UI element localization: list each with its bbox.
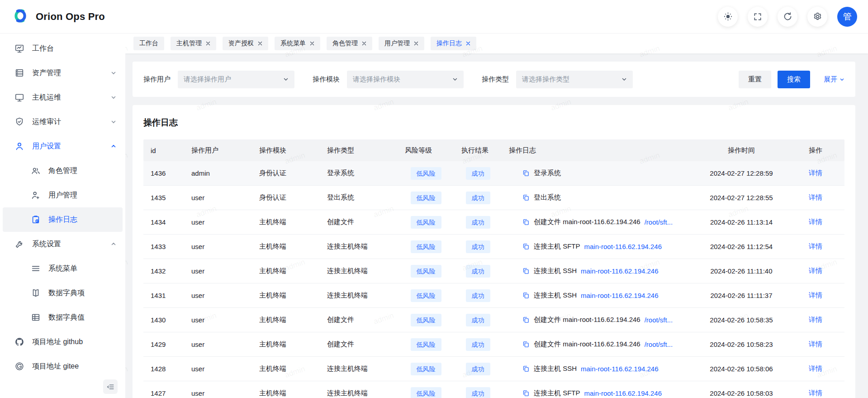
cell-user: user [184,365,252,373]
sidebar-item-github[interactable]: 项目地址 github [3,330,123,354]
cell-log: 登出系统 [502,193,696,202]
cell-risk: 低风险 [398,265,454,278]
cell-result: 成功 [454,167,502,180]
tab-asset-authorization[interactable]: 资产授权 [223,37,268,50]
close-icon[interactable] [466,41,470,46]
reset-button[interactable]: 重置 [739,71,771,88]
column-header-module: 操作模块 [252,146,320,155]
sidebar: 工作台 资产管理 主机运维 运维审计 [0,34,125,398]
copy-icon[interactable] [522,169,530,177]
sidebar-item-gitee[interactable]: 项目地址 gitee [3,354,123,379]
copy-icon[interactable] [522,389,530,397]
operation-module-select[interactable]: 请选择操作模块 [347,71,464,88]
tab-operation-log[interactable]: 操作日志 [431,37,476,50]
copy-icon[interactable] [522,194,530,201]
tab-role-management[interactable]: 角色管理 [327,37,372,50]
table-icon [31,312,41,322]
fullscreen-icon[interactable] [748,7,768,27]
user-avatar[interactable]: 管 [837,7,857,27]
header-actions: 管 [718,7,857,27]
detail-link[interactable]: 详情 [809,267,822,274]
log-link[interactable]: main-root-116.62.194.246 [581,267,659,275]
tab-user-management[interactable]: 用户管理 [379,37,424,50]
page-content: 操作用户 请选择操作用户 操作模块 请选择操作模块 操作类型 请选择操作类型 重… [125,53,868,398]
cell-id: 1432 [143,267,184,275]
gear-icon[interactable] [807,7,827,27]
copy-icon[interactable] [522,365,530,373]
column-header-time: 操作时间 [696,146,787,155]
copy-icon[interactable] [522,292,530,299]
cell-type: 连接主机终端 [320,389,398,398]
detail-link[interactable]: 详情 [809,364,822,372]
operation-user-select[interactable]: 请选择操作用户 [178,71,294,88]
detail-link[interactable]: 详情 [809,242,822,250]
table-row: 1429 user 主机终端 创建文件 低风险 成功 创建文件 main-roo… [143,332,844,357]
copy-icon[interactable] [522,340,530,348]
sidebar-item-audit[interactable]: 运维审计 [3,110,123,134]
cell-time: 2024-02-26 11:11:37 [696,292,787,299]
cell-type: 连接主机终端 [320,291,398,300]
tab-label: 主机管理 [176,39,202,48]
refresh-icon[interactable] [778,7,797,27]
sidebar-item-host-ops[interactable]: 主机运维 [3,85,123,110]
cell-action: 详情 [787,267,844,275]
sidebar-item-workbench[interactable]: 工作台 [3,36,123,61]
tab-host-management[interactable]: 主机管理 [171,37,216,50]
sidebar-item-role-management[interactable]: 角色管理 [3,158,123,183]
close-icon[interactable] [206,41,210,46]
sidebar-collapse-button[interactable] [103,379,118,394]
cell-result: 成功 [454,240,502,253]
app-logo[interactable]: Orion Ops Pro [11,6,105,27]
copy-icon[interactable] [522,267,530,275]
detail-link[interactable]: 详情 [809,316,822,323]
sidebar-item-system-menu[interactable]: 系统菜单 [3,256,123,281]
sidebar-item-user-settings[interactable]: 用户设置 [3,134,123,158]
risk-badge: 低风险 [411,167,441,180]
log-link[interactable]: /root/sft... [645,316,673,324]
sidebar-item-dict-items[interactable]: 数据字典项 [3,281,123,305]
nav-tabs: 工作台 主机管理 资产授权 系统菜单 角色管理 用户管理 操作日志 [125,34,868,53]
log-link[interactable]: main-root-116.62.194.246 [584,243,662,250]
brightness-icon[interactable] [718,7,738,27]
table-body: 1436 admin 身份认证 登录系统 低风险 成功 登录系统 2024-02… [143,161,844,398]
result-badge: 成功 [466,338,490,351]
tab-label: 工作台 [139,39,158,48]
github-icon [14,337,24,347]
detail-link[interactable]: 详情 [809,389,822,397]
cell-risk: 低风险 [398,387,454,398]
log-link[interactable]: /root/sft... [645,218,673,226]
cell-type: 登出系统 [320,193,398,202]
search-button[interactable]: 搜索 [778,71,810,88]
copy-icon[interactable] [522,218,530,226]
close-icon[interactable] [362,41,366,46]
tab-workbench[interactable]: 工作台 [133,37,164,50]
close-icon[interactable] [414,41,418,46]
close-icon[interactable] [258,41,262,46]
copy-icon[interactable] [522,316,530,324]
tab-system-menu[interactable]: 系统菜单 [275,37,320,50]
brand-icon [11,6,30,27]
tab-label: 系统菜单 [280,39,306,48]
operation-type-select[interactable]: 请选择操作类型 [516,71,633,88]
chevron-down-icon [111,70,116,76]
sidebar-item-dict-values[interactable]: 数据字典值 [3,305,123,330]
log-link[interactable]: main-root-116.62.194.246 [581,292,659,299]
sidebar-item-user-management[interactable]: 用户管理 [3,183,123,207]
copy-icon[interactable] [522,243,530,250]
sidebar-item-system-settings[interactable]: 系统设置 [3,232,123,256]
log-link[interactable]: main-root-116.62.194.246 [584,389,662,397]
risk-badge: 低风险 [411,240,441,253]
filter-label: 操作用户 [143,75,171,84]
close-icon[interactable] [310,41,314,46]
cell-result: 成功 [454,192,502,204]
detail-link[interactable]: 详情 [809,291,822,299]
detail-link[interactable]: 详情 [809,340,822,348]
expand-toggle[interactable]: 展开 [824,75,844,84]
sidebar-item-assets[interactable]: 资产管理 [3,61,123,85]
detail-link[interactable]: 详情 [809,193,822,201]
detail-link[interactable]: 详情 [809,218,822,225]
log-link[interactable]: /root/sft... [645,340,673,348]
sidebar-item-operation-log[interactable]: 操作日志 [3,207,123,232]
detail-link[interactable]: 详情 [809,169,822,177]
log-link[interactable]: main-root-116.62.194.246 [581,365,659,373]
